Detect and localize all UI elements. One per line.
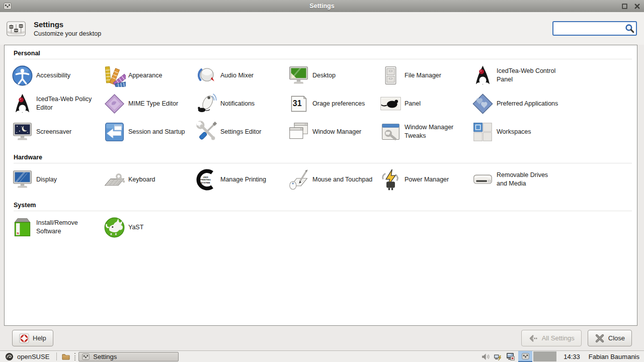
- icedtea-icon: [471, 64, 494, 87]
- settings-item-panel[interactable]: Panel: [379, 89, 471, 118]
- tasklist-handle[interactable]: [74, 353, 75, 360]
- start-menu-button[interactable]: openSUSE: [3, 351, 54, 362]
- settings-item-mime-type-editor[interactable]: MIME Type Editor: [103, 89, 195, 118]
- task-button-settings[interactable]: Settings: [78, 352, 179, 361]
- settings-tray-icon: [522, 352, 529, 360]
- settings-item-removable-drives-and-media[interactable]: Removable Drives and Media: [471, 165, 563, 194]
- taskbar: openSUSE Settings 14:33 Fabian Baumanis: [0, 350, 644, 362]
- section-header-hardware: Hardware: [14, 154, 632, 163]
- desktop-screen: Settings Settings Customize your desktop…: [0, 0, 644, 362]
- settings-item-notifications[interactable]: Notifications: [195, 89, 287, 118]
- icedtea-icon: [11, 92, 34, 115]
- settings-item-label: Accessibility: [36, 71, 70, 80]
- close-x-icon: [595, 333, 605, 343]
- settings-item-preferred-applications[interactable]: Preferred Applications: [471, 89, 563, 118]
- settings-item-label: Power Manager: [405, 175, 449, 184]
- help-button[interactable]: Help: [12, 330, 53, 346]
- power-icon: [379, 168, 402, 191]
- settings-tray-button[interactable]: [518, 351, 532, 362]
- close-button[interactable]: Close: [588, 330, 632, 346]
- window-title: Settings: [0, 3, 644, 10]
- session-startup-icon: [103, 120, 126, 143]
- settings-item-label: Session and Startup: [128, 128, 185, 136]
- section-grid-hardware: DisplayKeyboardUNIXPRINTINGSYSTEMManage …: [5, 163, 637, 195]
- settings-item-label: Desktop: [312, 71, 336, 80]
- window-close-icon[interactable]: [634, 3, 640, 10]
- settings-item-audio-mixer[interactable]: Audio Mixer: [195, 61, 287, 89]
- workspaces-icon: [471, 120, 494, 143]
- dialog-header: Settings Customize your desktop: [0, 12, 644, 45]
- settings-item-label: Appearance: [128, 71, 162, 80]
- desktop-icon: [287, 64, 310, 87]
- notifications-icon: [195, 92, 218, 115]
- page-subtitle: Customize your desktop: [34, 30, 101, 37]
- settings-item-screensaver[interactable]: Screensaver: [11, 118, 103, 146]
- settings-item-mouse-and-touchpad[interactable]: Mouse and Touchpad: [287, 165, 379, 194]
- settings-item-orage-preferences[interactable]: 31Orage preferences: [287, 89, 379, 118]
- settings-item-manage-printing[interactable]: UNIXPRINTINGSYSTEMManage Printing: [195, 165, 287, 194]
- yast-icon: [103, 216, 126, 239]
- settings-item-label: Manage Printing: [220, 175, 266, 184]
- task-settings-icon: [82, 353, 90, 360]
- volume-icon[interactable]: [481, 352, 490, 361]
- svg-text:PRINTING: PRINTING: [200, 178, 211, 181]
- settings-item-window-manager[interactable]: Window Manager: [287, 118, 379, 146]
- settings-item-label: Window Manager Tweaks: [405, 123, 468, 140]
- settings-item-settings-editor[interactable]: Settings Editor: [195, 118, 287, 146]
- username: Fabian Baumanis: [589, 353, 639, 360]
- window-manager-icon: [287, 120, 310, 143]
- settings-item-power-manager[interactable]: Power Manager: [379, 165, 471, 194]
- settings-item-yast[interactable]: YaST: [103, 213, 195, 241]
- keyboard-icon: [103, 168, 126, 191]
- section-grid-system: NInstall/Remove SoftwareYaST: [5, 211, 637, 242]
- settings-item-label: Audio Mixer: [220, 71, 254, 80]
- settings-item-label: Mouse and Touchpad: [312, 175, 372, 184]
- appearance-icon: [103, 64, 126, 87]
- settings-item-keyboard[interactable]: Keyboard: [103, 165, 195, 194]
- maximize-icon[interactable]: [621, 3, 628, 10]
- dialog-footer: Help All Settings Close: [0, 326, 644, 350]
- network-icon[interactable]: [494, 352, 502, 361]
- settings-item-appearance[interactable]: Appearance: [103, 61, 195, 89]
- opensuse-geeko-icon: [5, 352, 14, 361]
- settings-item-window-manager-tweaks[interactable]: Window Manager Tweaks: [379, 118, 471, 146]
- search-box: [552, 21, 637, 36]
- settings-item-label: File Manager: [405, 71, 441, 80]
- task-button-label: Settings: [93, 353, 117, 360]
- all-settings-button[interactable]: All Settings: [521, 330, 582, 346]
- settings-item-label: MIME Type Editor: [128, 100, 178, 108]
- svg-text:31: 31: [292, 99, 301, 108]
- screensaver-icon: [11, 120, 34, 143]
- settings-item-session-and-startup[interactable]: Session and Startup: [103, 118, 195, 146]
- system-tray: 14:33 Fabian Baumanis: [479, 351, 641, 362]
- settings-item-file-manager[interactable]: File Manager: [379, 61, 471, 89]
- search-icon[interactable]: [625, 24, 634, 33]
- all-settings-button-label: All Settings: [542, 334, 575, 342]
- all-settings-icon: [528, 333, 538, 343]
- remote-display-icon[interactable]: [506, 352, 515, 361]
- settings-item-label: Window Manager: [312, 128, 361, 136]
- svg-text:SYSTEM: SYSTEM: [201, 182, 210, 184]
- workspace-pager[interactable]: [533, 351, 556, 361]
- settings-item-label: Preferred Applications: [497, 100, 558, 108]
- settings-item-icedtea-web-policy-editor[interactable]: IcedTea-Web Policy Editor: [11, 89, 103, 118]
- file-manager-launcher-icon[interactable]: [62, 352, 70, 360]
- settings-item-display[interactable]: Display: [11, 165, 103, 194]
- file-manager-icon: [379, 64, 402, 87]
- settings-item-install-remove-software[interactable]: NInstall/Remove Software: [11, 213, 103, 241]
- window-titlebar: Settings: [0, 0, 644, 12]
- close-button-label: Close: [608, 334, 625, 342]
- mime-type-icon: [103, 92, 126, 115]
- help-icon: [19, 333, 29, 343]
- printing-icon: UNIXPRINTINGSYSTEM: [195, 168, 218, 191]
- settings-item-icedtea-web-control-panel[interactable]: IcedTea-Web Control Panel: [471, 61, 563, 89]
- settings-item-workspaces[interactable]: Workspaces: [471, 118, 563, 146]
- preferred-apps-icon: [471, 92, 494, 115]
- settings-item-desktop[interactable]: Desktop: [287, 61, 379, 89]
- wm-tweaks-icon: [379, 120, 402, 143]
- window-settings-icon: [4, 2, 12, 10]
- settings-item-label: Notifications: [220, 100, 255, 108]
- search-input[interactable]: [552, 21, 637, 36]
- settings-item-accessibility[interactable]: Accessibility: [11, 61, 103, 89]
- settings-item-label: Screensaver: [36, 128, 71, 136]
